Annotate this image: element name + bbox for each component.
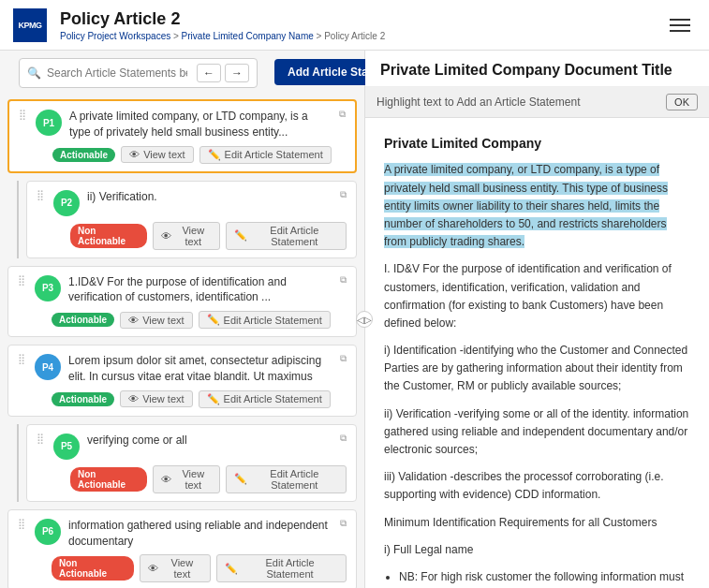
article-item-p4-header: ⣿ P4 Lorem ipsum dolor sit amet, consect… <box>18 353 347 385</box>
article-badge-p5: P5 <box>53 434 80 460</box>
drag-handle-p1[interactable]: ⣿ <box>19 109 26 121</box>
eye-icon-p4: 👁 <box>128 393 139 404</box>
eye-icon-p1: 👁 <box>129 149 140 160</box>
article-item-p2: ⣿ P2 ii) Verification. ⧉ Non Actionable … <box>26 181 357 258</box>
eye-icon-p6a: 👁 <box>148 563 158 574</box>
actionable-badge-p1: Actionable <box>52 148 115 162</box>
actionable-badge-p3: Actionable <box>52 313 114 327</box>
view-text-label-p6a: View text <box>162 557 202 580</box>
view-text-button-p2[interactable]: 👁 View text <box>153 222 220 250</box>
article-badge-p1: P1 <box>36 110 62 136</box>
breadcrumb-link-2[interactable]: Private Limited Company Name <box>182 31 314 41</box>
kpmg-logo-box: KPMG <box>13 8 47 42</box>
breadcrumb-current: Policy Article 2 <box>324 31 385 41</box>
edit-button-p5[interactable]: ✏️ Edit Article Statement <box>226 465 347 493</box>
expand-icon-p5[interactable]: ⧉ <box>340 433 347 444</box>
breadcrumb-link-1[interactable]: Policy Project Workspaces <box>60 31 170 41</box>
actionable-badge-p2: Non Actionable <box>70 224 147 248</box>
edit-label-p5: Edit Article Statement <box>251 468 338 491</box>
drag-handle-p4[interactable]: ⣿ <box>18 353 25 365</box>
expand-icon-p3[interactable]: ⧉ <box>340 274 347 286</box>
eye-icon-p2: 👁 <box>161 230 171 242</box>
edit-button-p3[interactable]: ✏️ Edit Article Statement <box>199 311 331 329</box>
edit-label-p1: Edit Article Statement <box>225 149 323 160</box>
search-icon: 🔍 <box>27 66 41 80</box>
drag-handle-p3[interactable]: ⣿ <box>18 274 25 287</box>
search-bar: 🔍 ← → <box>19 58 258 88</box>
highlighted-text[interactable]: A private limited company, or LTD compan… <box>384 163 668 248</box>
actionable-badge-p6a: Non Actionable <box>52 556 134 581</box>
article-text-p6a: information gathered using reliable and … <box>68 518 329 550</box>
article-actions-p5: Non Actionable 👁 View text ✏️ Edit Artic… <box>37 465 347 493</box>
expand-icon-p4[interactable]: ⧉ <box>340 353 347 364</box>
pencil-icon-p2: ✏️ <box>234 229 247 242</box>
view-text-button-p3[interactable]: 👁 View text <box>120 312 192 329</box>
pencil-icon-p4: ✏️ <box>207 393 220 405</box>
expand-icon-p6a[interactable]: ⧉ <box>340 518 347 529</box>
header-title-section: Policy Article 2 Policy Project Workspac… <box>60 9 664 41</box>
actionable-badge-p4: Actionable <box>52 392 114 406</box>
article-text-p3: 1.ID&V For the purpose of identification… <box>68 274 329 306</box>
body-paragraph-3: ii) Verification -verifying some or all … <box>384 405 690 460</box>
body-paragraph-6: i) Full Legal name <box>384 541 690 559</box>
view-text-label-p2: View text <box>175 225 212 247</box>
article-actions-p2: Non Actionable 👁 View text ✏️ Edit Artic… <box>37 222 347 250</box>
nb-list: NB: For high risk customer the following… <box>399 568 690 588</box>
left-panel: 🔍 ← → Add Article Statement ⣿ P1 A priva… <box>0 51 365 588</box>
right-panel: Private Limited Company Document Title H… <box>365 51 709 588</box>
search-nav-btns: ← → <box>197 64 249 82</box>
highlight-bar: Highlight text to Add an Article Stateme… <box>365 87 709 118</box>
breadcrumb-sep-2: > <box>317 31 325 41</box>
edit-label-p4: Edit Article Statement <box>224 393 322 404</box>
expand-icon-p1[interactable]: ⧉ <box>339 109 346 120</box>
highlighted-paragraph: A private limited company, or LTD compan… <box>384 161 690 251</box>
eye-icon-p3: 👁 <box>128 315 139 326</box>
view-text-button-p4[interactable]: 👁 View text <box>120 390 192 407</box>
article-actions-p1: Actionable 👁 View text ✏️ Edit Article S… <box>19 146 346 164</box>
view-text-button-p1[interactable]: 👁 View text <box>121 146 193 163</box>
main-wrapper: 🔍 ← → Add Article Statement ⣿ P1 A priva… <box>0 51 709 588</box>
search-prev-button[interactable]: ← <box>197 64 221 82</box>
article-badge-p4: P4 <box>35 354 61 380</box>
ok-button[interactable]: OK <box>666 94 698 110</box>
drag-handle-p2[interactable]: ⣿ <box>37 189 44 201</box>
edit-button-p6a[interactable]: ✏️ Edit Article Statement <box>216 554 347 582</box>
edit-label-p2: Edit Article Statement <box>251 225 338 247</box>
panel-collapse-button[interactable]: ◁▷ <box>356 311 373 328</box>
view-text-label-p5: View text <box>175 468 212 491</box>
drag-handle-p6a[interactable]: ⣿ <box>18 518 25 530</box>
kpmg-logo-text: KPMG <box>19 21 42 30</box>
hamburger-line-2 <box>670 24 690 26</box>
pencil-icon-p6a: ✏️ <box>225 563 238 575</box>
app-header: KPMG Policy Article 2 Policy Project Wor… <box>0 0 709 51</box>
hamburger-button[interactable] <box>664 13 696 37</box>
expand-icon-p2[interactable]: ⧉ <box>340 189 347 200</box>
article-item-p4: ⣿ P4 Lorem ipsum dolor sit amet, consect… <box>7 345 357 417</box>
edit-button-p4[interactable]: ✏️ Edit Article Statement <box>199 390 331 408</box>
pencil-icon-p3: ✏️ <box>207 314 220 326</box>
body-paragraph-1: I. ID&V For the purpose of identificatio… <box>384 260 690 332</box>
article-actions-p4: Actionable 👁 View text ✏️ Edit Article S… <box>18 390 347 408</box>
view-text-label-p4: View text <box>142 393 184 404</box>
article-text-p4: Lorem ipsum dolor sit amet, consectetur … <box>68 353 329 385</box>
breadcrumb: Policy Project Workspaces > Private Limi… <box>60 31 664 41</box>
article-text-p5: verifying come or all <box>87 433 329 448</box>
document-title: Private Limited Company Document Title <box>365 51 709 87</box>
view-text-button-p6a[interactable]: 👁 View text <box>140 554 211 582</box>
drag-handle-p5[interactable]: ⣿ <box>37 433 44 445</box>
eye-icon-p5: 👁 <box>161 474 171 485</box>
article-badge-p3: P3 <box>35 275 61 301</box>
highlight-bar-text: Highlight text to Add an Article Stateme… <box>377 96 580 109</box>
search-next-button[interactable]: → <box>225 64 249 82</box>
hamburger-line-1 <box>670 19 690 21</box>
article-actions-p6a: Non Actionable 👁 View text ✏️ Edit Artic… <box>18 554 347 582</box>
search-input[interactable] <box>47 66 187 80</box>
view-text-button-p5[interactable]: 👁 View text <box>153 465 220 493</box>
article-item-p5: ⣿ P5 verifying come or all ⧉ Non Actiona… <box>26 424 357 502</box>
article-text-p1: A private limited company, or LTD compan… <box>69 109 328 140</box>
edit-button-p2[interactable]: ✏️ Edit Article Statement <box>226 222 347 250</box>
edit-button-p1[interactable]: ✏️ Edit Article Statement <box>199 146 332 164</box>
article-actions-p3: Actionable 👁 View text ✏️ Edit Article S… <box>18 311 347 329</box>
article-badge-p6a: P6 <box>35 519 61 545</box>
p5-wrapper: ⣿ P5 verifying come or all ⧉ Non Actiona… <box>26 424 357 502</box>
